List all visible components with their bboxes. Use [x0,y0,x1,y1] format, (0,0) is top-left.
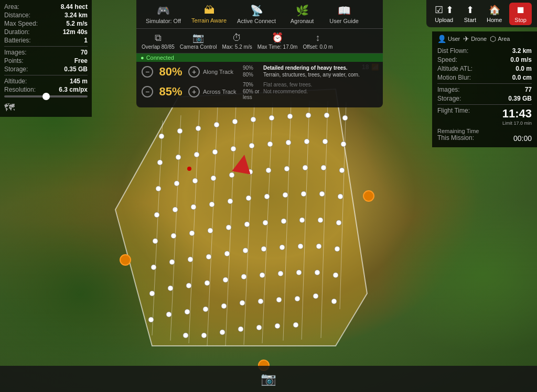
speed-icon: ⏱ [232,32,242,43]
max-time-control[interactable]: ⏰ Max Time: 17.0m [257,32,298,50]
agronaut-label: Agronaut [291,18,314,24]
speed-value-right: 0.0 m/s [510,56,532,63]
view-tab-area[interactable]: ⬡ Area [490,35,510,43]
storage-value-left: 0.35 GB [64,66,88,73]
controls-row: ⧉ Overlap 80/85 📷 Camera Control ⏱ Max: … [136,29,383,53]
storage-value-right: 0.39 GB [508,95,532,102]
terrain-aware-label: Terrain Aware [191,17,227,24]
resolution-value: 6.3 cm/px [59,86,88,93]
images-label-right: Images: [437,86,460,93]
right-stats-panel: 👤 User ✈ Drone ⬡ Area Dist Flown: 3.2 km… [432,31,537,147]
dist-flown-label: Dist Flown: [437,47,468,55]
motion-blur-value: 0.0 cm [512,74,532,81]
home-label: Home [487,17,502,23]
connected-label: Connected [146,55,174,61]
upload-label: Upload [435,17,453,23]
remaining-time-label: Remaining Time [437,128,532,134]
nav-simulator[interactable]: 🎮 Simulator: Off [141,2,186,26]
user-guide-label: User Guide [329,18,359,24]
camera-shutter-button[interactable]: 📷 [261,372,276,386]
altitude-value: 145 m [70,78,88,85]
along-track-minus-button[interactable]: − [142,66,153,78]
offset-control[interactable]: ↕ Offset: 0.0 m [303,32,332,50]
across-track-plus-button[interactable]: + [188,86,200,97]
points-label: Points: [4,57,24,64]
along-track-row: − 80% + Along Track 90% Detailed renderi… [142,65,378,79]
drone-marker [232,153,254,175]
along-track-plus-button[interactable]: + [188,66,200,78]
overlap-control[interactable]: ⧉ Overlap 80/85 [142,32,175,50]
start-label: Start [464,17,476,23]
upload-button[interactable]: ☑ ⬆ Upload [432,2,457,25]
duration-value: 12m 40s [63,28,88,36]
area-tab-icon: ⬡ [490,35,496,43]
home-icon: 🏠 [489,4,500,16]
max-speed-label: Max Speed: [4,20,38,27]
across-track-minus-button[interactable]: − [142,86,153,97]
connected-dot: ● [141,55,144,61]
desc-90-text: Detailed rendering of heavy trees. [263,65,348,71]
simulator-icon: 🎮 [157,4,170,17]
nav-user-guide[interactable]: 📖 User Guide [323,2,365,26]
offset-label: Offset: 0.0 m [303,44,332,50]
nav-agronaut[interactable]: 🌿 Agronaut [281,2,323,26]
motion-blur-label: Motion Blur: [437,74,471,81]
desc-80-pct: 80% [243,72,261,78]
stop-button[interactable]: ⏹ Stop [509,3,532,25]
stop-icon: ⏹ [516,5,525,16]
view-tabs: 👤 User ✈ Drone ⬡ Area [437,35,532,43]
flight-time-limit: Limit 17.0 min [502,121,532,126]
max-time-label: Max Time: 17.0m [257,44,298,50]
altitude-label: Altitude: [4,78,27,85]
agronaut-icon: 🌿 [296,4,309,17]
upload-icon: ☑ ⬆ [435,4,454,16]
images-value-right: 77 [525,86,532,93]
desc-70-text: Flat areas, few trees. [263,82,312,88]
map-layers-icon[interactable]: 🗺 [4,102,88,114]
connected-status-bar: ● Connected [136,53,383,62]
orange-marker-right [363,190,374,202]
user-guide-icon: 📖 [338,4,351,17]
storage-label-right: Storage: [437,95,461,102]
bottom-toolbar: 📷 [0,366,537,392]
desc-60-text: Not recommended. [263,89,308,94]
resolution-slider[interactable] [4,95,88,97]
left-stats-panel: Area: 8.44 hect Distance: 3.24 km Max Sp… [0,0,92,117]
drone-tab-icon: ✈ [463,35,469,43]
orange-marker-left [120,254,131,266]
speed-label-right: Speed: [437,56,457,63]
across-overlap-description-panel: 70% Flat areas, few trees. 60% or less N… [243,82,378,101]
mission-time-value: 00:00 [513,134,532,143]
start-button[interactable]: ⬆ Start [461,2,479,25]
stop-label: Stop [514,17,527,23]
images-value-left: 70 [81,49,88,56]
drone-tab-label: Drone [471,36,487,42]
desc-60-pct: 60% or less [243,89,261,100]
desc-80-text: Terrain, structures, trees, any water, c… [263,72,360,78]
nav-active-connect[interactable]: 📡 Active Connect [232,2,281,26]
camera-shutter-icon: 📷 [261,372,276,386]
view-tab-user[interactable]: 👤 User [437,35,460,43]
home-button[interactable]: 🏠 Home [484,2,505,25]
dist-flown-value: 3.2 km [512,47,532,55]
top-right-toolbar: ☑ ⬆ Upload ⬆ Start 🏠 Home ⏹ Stop [426,0,537,27]
camera-control[interactable]: 📷 Camera Control [180,32,217,50]
user-tab-label: User [448,36,460,42]
overlap-section: − 80% + Along Track 90% Detailed renderi… [136,62,383,107]
nav-terrain-aware[interactable]: 🏔 Terrain Aware [186,2,232,26]
max-speed-control[interactable]: ⏱ Max: 5.2 m/s [222,32,252,50]
view-tab-drone[interactable]: ✈ Drone [463,35,487,43]
flight-time-label: Flight Time: [437,107,470,114]
active-connect-label: Active Connect [237,18,276,24]
area-value: 8.44 hect [61,3,88,10]
overlap-label: Overlap 80/85 [142,44,175,50]
across-track-row: − 85% + Across Track 70% Flat areas, few… [142,82,378,101]
start-icon: ⬆ [466,4,474,16]
overlap-description-panel: 90% Detailed rendering of heavy trees. 8… [243,65,378,79]
overlap-icon: ⧉ [155,32,162,43]
desc-70-pct: 70% [243,82,261,88]
time-icon: ⏰ [272,32,283,43]
flight-time-value: 11:43 [502,107,532,121]
resolution-label: Resolution: [4,86,36,93]
altitude-atl-value: 0.0 m [515,65,532,72]
